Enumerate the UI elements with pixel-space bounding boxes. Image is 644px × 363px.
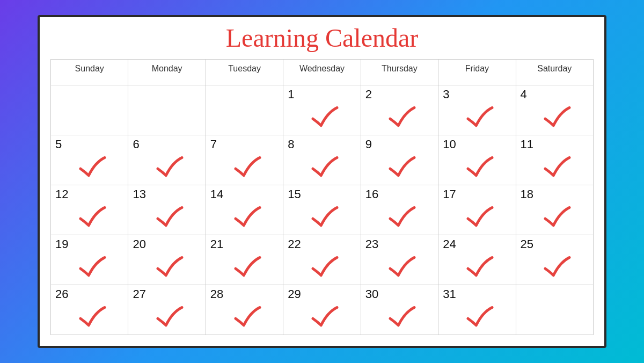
checkmark-icon (387, 255, 417, 281)
day-number: 10 (443, 137, 456, 151)
day-cell-15: 15 (283, 185, 361, 235)
calendar-title: Learning Calendar (50, 23, 594, 54)
checkmark-icon (233, 255, 262, 281)
day-number: 13 (133, 187, 145, 201)
day-number: 14 (210, 187, 223, 201)
checkmark-icon (310, 205, 340, 231)
day-number: 8 (288, 137, 294, 151)
checkmark-icon (155, 155, 185, 182)
checkmark-icon (310, 255, 340, 281)
day-header-saturday: Saturday (516, 60, 594, 85)
empty-cell (516, 285, 594, 335)
day-cell-10: 10 (438, 135, 516, 185)
checkmark-icon (233, 305, 262, 331)
day-header-wednesday: Wednesday (283, 60, 361, 85)
empty-cell (51, 85, 128, 135)
checkmark-icon (387, 305, 417, 331)
day-cell-23: 23 (361, 235, 438, 285)
day-cell-3: 3 (438, 85, 516, 135)
day-cell-17: 17 (438, 185, 516, 235)
day-number: 20 (133, 237, 145, 251)
day-number: 21 (210, 237, 223, 251)
checkmark-icon (465, 205, 495, 231)
day-number: 25 (521, 237, 533, 251)
day-number: 9 (365, 137, 372, 151)
checkmark-icon (387, 105, 417, 132)
day-number: 23 (365, 237, 378, 251)
day-cell-19: 19 (51, 235, 128, 285)
day-cell-13: 13 (128, 185, 206, 235)
day-number: 11 (521, 137, 533, 151)
day-number: 4 (521, 88, 527, 101)
day-cell-12: 12 (51, 185, 128, 235)
day-cell-5: 5 (51, 135, 128, 185)
day-number: 17 (443, 187, 456, 201)
day-cell-29: 29 (283, 285, 361, 335)
day-number: 30 (365, 287, 378, 301)
day-cell-16: 16 (361, 185, 438, 235)
day-cell-7: 7 (206, 135, 283, 185)
checkmark-icon (465, 105, 495, 132)
day-cell-28: 28 (206, 285, 283, 335)
checkmark-icon (78, 155, 107, 182)
day-cell-4: 4 (516, 85, 594, 135)
checkmark-icon (465, 305, 495, 331)
day-cell-21: 21 (206, 235, 283, 285)
checkmark-icon (233, 205, 262, 231)
day-cell-2: 2 (361, 85, 438, 135)
day-number: 31 (443, 287, 456, 301)
checkmark-icon (543, 255, 572, 281)
day-header-thursday: Thursday (361, 60, 438, 85)
calendar-grid: SundayMondayTuesdayWednesdayThursdayFrid… (50, 59, 594, 335)
checkmark-icon (310, 155, 340, 182)
day-header-monday: Monday (128, 60, 206, 85)
day-cell-14: 14 (206, 185, 283, 235)
day-cell-25: 25 (516, 235, 594, 285)
day-number: 27 (133, 287, 145, 301)
day-number: 19 (55, 237, 68, 251)
day-cell-20: 20 (128, 235, 206, 285)
empty-cell (128, 85, 206, 135)
day-cell-11: 11 (516, 135, 594, 185)
checkmark-icon (78, 255, 107, 281)
day-cell-18: 18 (516, 185, 594, 235)
day-number: 28 (210, 287, 223, 301)
day-number: 16 (365, 187, 378, 201)
day-number: 12 (55, 187, 68, 201)
day-number: 26 (55, 287, 68, 301)
day-number: 18 (521, 187, 533, 201)
checkmark-icon (310, 105, 340, 132)
checkmark-icon (543, 205, 572, 231)
calendar-container: Learning Calendar SundayMondayTuesdayWed… (38, 15, 606, 348)
checkmark-icon (465, 155, 495, 182)
checkmark-icon (310, 305, 340, 331)
day-cell-24: 24 (438, 235, 516, 285)
checkmark-icon (78, 305, 107, 331)
checkmark-icon (543, 105, 572, 132)
day-cell-6: 6 (128, 135, 206, 185)
checkmark-icon (155, 205, 185, 231)
day-number: 29 (288, 287, 301, 301)
day-cell-27: 27 (128, 285, 206, 335)
day-number: 2 (365, 88, 372, 101)
day-header-friday: Friday (438, 60, 516, 85)
day-cell-22: 22 (283, 235, 361, 285)
day-header-tuesday: Tuesday (206, 60, 283, 85)
checkmark-icon (465, 255, 495, 281)
day-number: 24 (443, 237, 456, 251)
checkmark-icon (387, 155, 417, 182)
day-number: 15 (288, 187, 301, 201)
day-cell-31: 31 (438, 285, 516, 335)
day-cell-9: 9 (361, 135, 438, 185)
day-number: 5 (55, 137, 62, 151)
checkmark-icon (155, 255, 185, 281)
empty-cell (206, 85, 283, 135)
checkmark-icon (387, 205, 417, 231)
checkmark-icon (155, 305, 185, 331)
day-number: 1 (288, 88, 294, 101)
day-cell-30: 30 (361, 285, 438, 335)
day-cell-1: 1 (283, 85, 361, 135)
day-number: 3 (443, 88, 449, 101)
checkmark-icon (543, 155, 572, 182)
day-number: 6 (133, 137, 139, 151)
